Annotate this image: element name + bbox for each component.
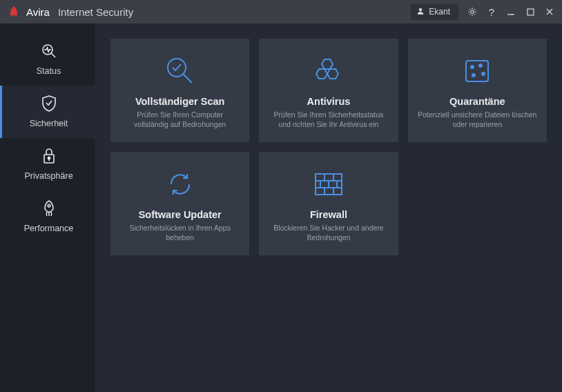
quarantine-icon <box>460 52 494 90</box>
sidebar-item-performance[interactable]: Performance <box>0 190 95 243</box>
svg-point-18 <box>471 66 474 68</box>
sidebar: Status Sicherheit Privatsphäre <box>0 23 95 392</box>
titlebar: Avira Internet Security Ekant ? <box>0 0 562 23</box>
sidebar-item-status[interactable]: Status <box>0 33 95 86</box>
tile-title: Antivirus <box>307 96 351 107</box>
tile-title: Firewall <box>310 209 347 220</box>
tile-desc: Blockieren Sie Hacker und andere Bedrohu… <box>269 223 388 242</box>
updater-icon <box>164 165 196 204</box>
svg-marker-14 <box>322 59 333 69</box>
settings-icon[interactable] <box>467 6 478 17</box>
tile-antivirus[interactable]: Antivirus Prüfen Sie Ihren Sicherheitsst… <box>259 39 398 142</box>
sidebar-item-label: Status <box>37 66 61 76</box>
tile-full-scan[interactable]: Vollständiger Scan Prüfen Sie Ihren Comp… <box>110 39 249 142</box>
svg-point-1 <box>471 10 474 13</box>
tile-desc: Prüfen Sie Ihren Computer vollständig au… <box>120 110 240 129</box>
tile-grid: Vollständiger Scan Prüfen Sie Ihren Comp… <box>110 39 547 255</box>
svg-point-20 <box>482 72 485 75</box>
sidebar-item-label: Performance <box>24 224 74 233</box>
shield-icon <box>39 94 59 113</box>
main-panel: Vollständiger Scan Prüfen Sie Ihren Comp… <box>95 23 562 392</box>
tile-software-updater[interactable]: Software Updater Sicherheitslücken in Ih… <box>110 152 249 255</box>
minimize-icon[interactable] <box>505 8 516 16</box>
svg-point-11 <box>48 204 50 207</box>
svg-point-12 <box>168 59 186 77</box>
user-label: Ekant <box>429 7 450 17</box>
tile-title: Software Updater <box>139 209 222 220</box>
firewall-icon <box>312 165 345 204</box>
svg-line-7 <box>51 53 55 57</box>
tile-title: Vollständiger Scan <box>135 96 224 107</box>
brand-section: Avira Internet Security <box>7 5 133 19</box>
close-icon[interactable] <box>544 8 555 16</box>
tile-desc: Prüfen Sie Ihren Sicherheitsstatus und r… <box>269 110 388 129</box>
help-icon[interactable]: ? <box>486 6 497 18</box>
tile-quarantine[interactable]: Quarantäne Potenziell unsichere Dateien … <box>408 39 547 142</box>
svg-rect-3 <box>527 9 534 15</box>
titlebar-controls: Ekant ? <box>411 4 555 20</box>
user-button[interactable]: Ekant <box>411 4 458 20</box>
tile-title: Quarantäne <box>449 96 505 107</box>
tile-firewall[interactable]: Firewall Blockieren Sie Hacker und ander… <box>259 152 398 255</box>
avira-logo-icon <box>7 5 21 19</box>
scan-icon <box>163 52 197 90</box>
product-name: Internet Security <box>58 6 133 18</box>
svg-point-19 <box>479 64 482 67</box>
brand-name: Avira <box>26 6 50 18</box>
user-icon <box>416 7 425 17</box>
status-icon <box>39 41 59 61</box>
sidebar-item-sicherheit[interactable]: Sicherheit <box>0 86 95 138</box>
svg-marker-16 <box>327 69 338 79</box>
svg-marker-15 <box>316 69 327 79</box>
sidebar-item-label: Sicherheit <box>30 119 68 128</box>
rocket-icon <box>39 199 59 218</box>
svg-point-21 <box>472 74 475 77</box>
antivirus-icon <box>311 52 346 90</box>
svg-line-13 <box>184 75 192 83</box>
maximize-icon[interactable] <box>525 8 536 16</box>
tile-desc: Potenziell unsichere Dateien löschen ode… <box>418 110 537 129</box>
lock-icon <box>39 146 59 166</box>
sidebar-item-label: Privatsphäre <box>24 171 72 181</box>
svg-point-0 <box>419 8 422 10</box>
tile-desc: Sicherheitslücken in Ihren Apps beheben <box>120 223 240 242</box>
svg-rect-17 <box>466 61 488 81</box>
sidebar-item-privatsphaere[interactable]: Privatsphäre <box>0 138 95 190</box>
